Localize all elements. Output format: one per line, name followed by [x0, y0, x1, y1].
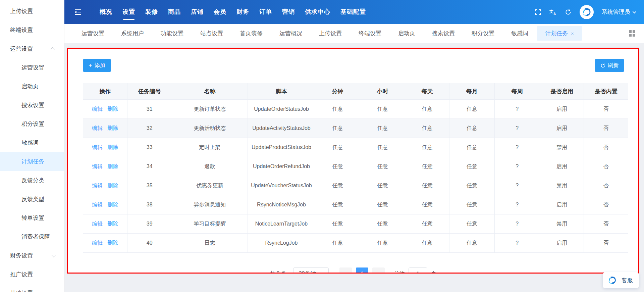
nav-item-设置[interactable]: 设置 [117, 0, 140, 24]
cell-enabled-status: 启用 [540, 195, 584, 214]
delete-link[interactable]: 删除 [107, 202, 118, 207]
tab-运营设置[interactable]: 运营设置 [73, 26, 113, 41]
nav-item-概况[interactable]: 概况 [95, 0, 117, 24]
edit-link[interactable]: 编辑 [92, 163, 103, 169]
nav-item-装修[interactable]: 装修 [140, 0, 163, 24]
tab-积分设置[interactable]: 积分设置 [463, 26, 503, 41]
nav-item-会员[interactable]: 会员 [209, 0, 231, 24]
tab-功能设置[interactable]: 功能设置 [152, 26, 192, 41]
sidebar-item-运营设置[interactable]: 运营设置 [0, 39, 64, 58]
prev-page-button[interactable]: ‹ [339, 267, 352, 274]
tab-搜索设置[interactable]: 搜索设置 [424, 26, 463, 41]
grid-view-icon[interactable] [629, 30, 635, 37]
translate-icon[interactable]: 文 A [549, 9, 557, 15]
tab-敏感词[interactable]: 敏感词 [503, 26, 537, 41]
delete-link[interactable]: 删除 [107, 163, 118, 169]
page-1-button[interactable]: 1 [356, 267, 368, 274]
tab-label: 敏感词 [511, 30, 528, 37]
brand-logo-icon [606, 274, 618, 286]
edit-link[interactable]: 编辑 [92, 144, 103, 150]
delete-link[interactable]: 删除 [107, 221, 118, 227]
edit-link[interactable]: 编辑 [92, 106, 103, 112]
nav-item-财务[interactable]: 财务 [231, 0, 254, 24]
cell-task-script: UpdateOrderRefundJob [248, 157, 315, 176]
sidebar-item-搜索设置[interactable]: 搜索设置 [0, 96, 64, 114]
goto-page: 前往 页 [394, 267, 436, 274]
tab-close-icon[interactable]: × [571, 31, 574, 36]
goto-page-input[interactable] [409, 267, 427, 274]
cell-builtin-status: 否 [584, 157, 628, 176]
row-actions: 编辑删除 [83, 138, 127, 157]
delete-link[interactable]: 删除 [107, 183, 118, 188]
tab-label: 上传设置 [319, 30, 342, 37]
sidebar-item-上传设置[interactable]: 上传设置 [0, 2, 64, 20]
cell-task-name: 学习目标提醒 [172, 214, 248, 234]
sidebar-item-计划任务[interactable]: 计划任务 [0, 152, 64, 171]
nav-item-基础配置[interactable]: 基础配置 [335, 0, 371, 24]
edit-link[interactable]: 编辑 [92, 183, 103, 188]
edit-link[interactable]: 编辑 [92, 202, 103, 207]
tab-计划任务[interactable]: 计划任务× [537, 26, 582, 41]
cell-minute: 任意 [315, 119, 360, 138]
cell-day: 任意 [405, 119, 449, 138]
sidebar-item-label: 搜索设置 [21, 101, 44, 109]
sidebar-item-积分设置[interactable]: 积分设置 [0, 114, 64, 133]
page-size-select[interactable]: 20条/页 [293, 267, 329, 274]
sidebar-item-label: 推广设置 [10, 271, 33, 278]
nav-item-供求中心[interactable]: 供求中心 [300, 0, 335, 24]
refresh-button[interactable]: 刷新 [595, 59, 624, 72]
sidebar-item-转单设置[interactable]: 转单设置 [0, 208, 64, 227]
nav-item-店铺[interactable]: 店铺 [186, 0, 209, 24]
sidebar-item-基础设置[interactable]: 基础设置 [0, 284, 64, 292]
page-unit-label: 页 [431, 270, 436, 274]
nav-item-商品[interactable]: 商品 [163, 0, 186, 24]
edit-link[interactable]: 编辑 [92, 240, 103, 246]
edit-link[interactable]: 编辑 [92, 221, 103, 227]
user-menu[interactable]: 系统管理员 [602, 8, 635, 16]
table-header-row: 操作任务编号名称脚本分钟小时每天每月每周是否启用是否内置 [83, 83, 628, 100]
sidebar-item-终端设置[interactable]: 终端设置 [0, 20, 64, 39]
goto-label: 前往 [394, 270, 405, 274]
cell-hour: 任意 [360, 214, 405, 234]
tab-上传设置[interactable]: 上传设置 [311, 26, 350, 41]
refresh-icon[interactable] [565, 9, 572, 15]
add-button[interactable]: + 添加 [83, 59, 111, 72]
delete-link[interactable]: 删除 [107, 106, 118, 112]
tab-label: 运营概况 [279, 30, 302, 37]
edit-link[interactable]: 编辑 [92, 125, 103, 131]
tab-首页装修[interactable]: 首页装修 [231, 26, 271, 41]
sidebar-item-反馈类型[interactable]: 反馈类型 [0, 190, 64, 208]
delete-link[interactable]: 删除 [107, 144, 118, 150]
tab-终端设置[interactable]: 终端设置 [350, 26, 390, 41]
sidebar-item-label: 消费者保障 [21, 233, 50, 241]
sidebar-item-label: 基础设置 [10, 289, 33, 292]
delete-link[interactable]: 删除 [107, 240, 118, 246]
support-widget[interactable]: 客服 [603, 272, 639, 288]
delete-link[interactable]: 删除 [107, 125, 118, 131]
total-count: 共 8 条 [270, 270, 286, 274]
nav-item-营销[interactable]: 营销 [277, 0, 300, 24]
tab-系统用户[interactable]: 系统用户 [113, 26, 152, 41]
fullscreen-icon[interactable] [535, 9, 541, 15]
tab-启动页[interactable]: 启动页 [390, 26, 424, 41]
sidebar-item-反馈分类[interactable]: 反馈分类 [0, 171, 64, 190]
tab-label: 站点设置 [200, 30, 223, 37]
sidebar-item-运营设置[interactable]: 运营设置 [0, 58, 64, 77]
sidebar-item-财务设置[interactable]: 财务设置 [0, 246, 64, 265]
tab-运营概况[interactable]: 运营概况 [271, 26, 311, 41]
sidebar-item-推广设置[interactable]: 推广设置 [0, 265, 64, 284]
table-row-task-38: 编辑删除38异步消息通知RsyncNoticeMsgJob任意任意任意任意?启用… [83, 195, 628, 214]
sidebar-item-敏感词[interactable]: 敏感词 [0, 133, 64, 152]
cell-task-name: 退款 [172, 157, 248, 176]
nav-item-订单[interactable]: 订单 [254, 0, 277, 24]
sidebar-item-启动页[interactable]: 启动页 [0, 77, 64, 96]
sidebar-item-消费者保障[interactable]: 消费者保障 [0, 227, 64, 246]
cell-enabled-status: 禁用 [540, 138, 584, 157]
next-page-button[interactable]: › [372, 267, 385, 274]
cell-task-id: 33 [127, 138, 172, 157]
cell-task-name: 优惠券更新 [172, 176, 248, 195]
tab-站点设置[interactable]: 站点设置 [192, 26, 231, 41]
collapse-sidebar-icon[interactable] [74, 9, 82, 15]
tabbar: 运营设置系统用户功能设置站点设置首页装修运营概况上传设置终端设置启动页搜索设置积… [64, 24, 644, 43]
avatar[interactable] [580, 5, 594, 19]
